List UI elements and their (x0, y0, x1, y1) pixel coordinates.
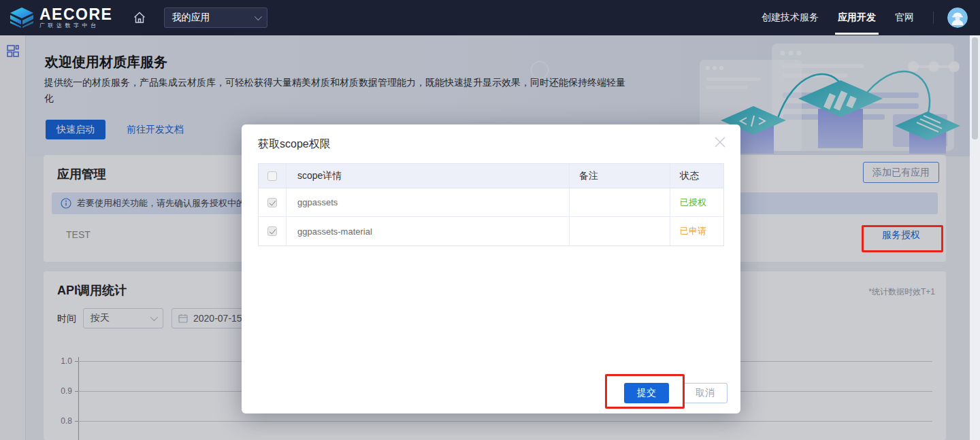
status-badge: 已申请 (680, 225, 706, 237)
scope-name: ggpassets (287, 188, 570, 216)
page-scrollbar (970, 35, 980, 440)
user-avatar[interactable] (947, 7, 968, 28)
close-icon[interactable] (712, 134, 728, 150)
chevron-down-icon (255, 13, 262, 20)
scope-name: ggpassets-material (287, 217, 570, 246)
annotation-rect-submit (605, 374, 685, 409)
scope-remark (570, 188, 670, 216)
column-header-status: 状态 (670, 164, 723, 188)
page: AECORE 广联达数字中台 我的应用 创建技术服务 应用开发 官网 (0, 0, 980, 440)
select-all-checkbox[interactable] (267, 171, 277, 181)
status-badge: 已授权 (680, 197, 706, 209)
cancel-button[interactable]: 取消 (683, 383, 728, 403)
scope-table: scope详情 备注 状态 ggpassets 已授权 ggpassets-ma… (258, 163, 724, 246)
row-checkbox[interactable] (267, 198, 277, 207)
top-navbar: AECORE 广联达数字中台 我的应用 创建技术服务 应用开发 官网 (0, 0, 980, 35)
scope-permission-modal: 获取scope权限 scope详情 备注 状态 ggpassets (242, 124, 740, 413)
modal-title: 获取scope权限 (258, 137, 331, 152)
table-row: ggpassets-material 已申请 (259, 217, 723, 246)
row-checkbox[interactable] (267, 226, 277, 236)
brand-name: AECORE (39, 7, 112, 22)
nav-divider (933, 12, 934, 24)
scrollbar-thumb[interactable] (972, 37, 978, 139)
scope-remark (570, 217, 670, 246)
annotation-rect-service-auth (862, 225, 943, 252)
nav-link-create-service[interactable]: 创建技术服务 (762, 12, 819, 24)
brand-logo[interactable]: AECORE 广联达数字中台 (10, 7, 112, 29)
column-header-scope: scope详情 (287, 164, 570, 188)
app-select-value: 我的应用 (172, 12, 210, 24)
table-row: ggpassets 已授权 (259, 188, 723, 217)
home-icon[interactable] (133, 11, 146, 24)
app-select-dropdown[interactable]: 我的应用 (164, 7, 267, 28)
cube-logo-icon (10, 7, 34, 29)
nav-link-official-site[interactable]: 官网 (895, 12, 914, 24)
column-header-remark: 备注 (570, 164, 670, 188)
table-header-row: scope详情 备注 状态 (259, 164, 723, 188)
nav-link-app-dev[interactable]: 应用开发 (838, 12, 876, 24)
